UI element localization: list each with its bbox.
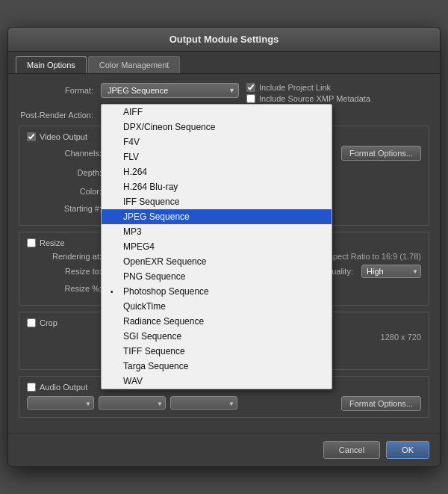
resize-pct-label: Resize %: xyxy=(27,284,109,293)
dropdown-item-jpeg[interactable]: JPEG Sequence xyxy=(102,209,332,224)
dropdown-item-targa[interactable]: Targa Sequence xyxy=(102,359,332,374)
audio-select-1[interactable] xyxy=(27,396,94,410)
dropdown-item-radiance[interactable]: Radiance Sequence xyxy=(102,314,332,329)
video-output-checkbox[interactable] xyxy=(27,132,36,141)
dialog-buttons: Cancel OK xyxy=(8,433,440,466)
audio-select-2[interactable] xyxy=(99,396,166,410)
dropdown-item-photoshop[interactable]: •Photoshop Sequence xyxy=(102,284,332,299)
audio-select2-wrapper xyxy=(99,396,166,411)
dropdown-item-wav[interactable]: WAV xyxy=(102,374,332,389)
ok-button[interactable]: OK xyxy=(386,441,429,459)
format-options-button[interactable]: Format Options... xyxy=(341,146,421,161)
dropdown-item-f4v[interactable]: F4V xyxy=(102,135,332,149)
color-label: Color: xyxy=(27,187,109,196)
include-source-xmp-row: Include Source XMP Metadata xyxy=(246,94,370,103)
resize-checkbox[interactable] xyxy=(27,238,36,247)
tab-main-options[interactable]: Main Options xyxy=(16,56,87,73)
resize-quality-select[interactable]: LowMediumHighBest xyxy=(361,265,421,278)
dropdown-item-png[interactable]: PNG Sequence xyxy=(102,269,332,284)
starting-label: Starting #: xyxy=(27,204,109,213)
rendering-at-label: Rendering at: xyxy=(27,252,109,261)
dropdown-item-dpx[interactable]: DPX/Cineon Sequence xyxy=(102,120,332,135)
dropdown-item-h264[interactable]: H.264 xyxy=(102,164,332,179)
dropdown-item-mp3[interactable]: MP3 xyxy=(102,224,332,239)
audio-output-checkbox[interactable] xyxy=(27,383,36,392)
resize-quality-select-wrapper: LowMediumHighBest xyxy=(361,265,421,278)
dropdown-item-iff[interactable]: IFF Sequence xyxy=(102,194,332,209)
post-render-label: Post-Render Action: xyxy=(19,111,101,120)
channels-label: Channels: xyxy=(27,149,109,158)
resize-label: Resize xyxy=(40,238,65,247)
format-select-wrapper: AIFFDPX/Cineon SequenceF4VFLVH.264H.264 … xyxy=(101,83,239,98)
include-project-link-label: Include Project Link xyxy=(259,83,331,92)
tab-color-management[interactable]: Color Management xyxy=(88,56,181,73)
dropdown-item-aiff[interactable]: AIFF xyxy=(102,105,332,120)
video-output-label: Video Output xyxy=(40,132,87,141)
dropdown-item-h264blu[interactable]: H.264 Blu-ray xyxy=(102,179,332,194)
format-section: Format: AIFFDPX/Cineon SequenceF4VFLVH.2… xyxy=(19,83,429,105)
include-source-xmp-checkbox[interactable] xyxy=(246,94,255,103)
format-label: Format: xyxy=(19,86,101,95)
dropdown-item-quicktime[interactable]: QuickTime xyxy=(102,299,332,314)
audio-select3-wrapper xyxy=(170,396,237,411)
include-source-xmp-label: Include Source XMP Metadata xyxy=(259,94,370,103)
format-dropdown[interactable]: AIFF DPX/Cineon Sequence F4V FLV H.264 H… xyxy=(101,104,332,389)
crop-checkbox[interactable] xyxy=(27,318,36,327)
dropdown-item-sgi[interactable]: SGI Sequence xyxy=(102,329,332,344)
resize-to-label: Resize to: xyxy=(27,267,109,276)
dropdown-item-flv[interactable]: FLV xyxy=(102,149,332,164)
output-module-dialog: Output Module Settings Main Options Colo… xyxy=(7,27,441,467)
audio-select-3[interactable] xyxy=(170,396,237,410)
format-select[interactable]: AIFFDPX/Cineon SequenceF4VFLVH.264H.264 … xyxy=(101,83,239,98)
dropdown-item-openexr[interactable]: OpenEXR Sequence xyxy=(102,254,332,269)
audio-select1-wrapper xyxy=(27,396,94,411)
depth-label: Depth: xyxy=(27,168,109,177)
audio-controls: Format Options... xyxy=(27,396,421,411)
include-project-link-row: Include Project Link xyxy=(246,83,370,92)
dropdown-item-tiff[interactable]: TIFF Sequence xyxy=(102,344,332,359)
include-project-link-checkbox[interactable] xyxy=(246,83,255,92)
crop-label: Crop xyxy=(40,318,57,327)
audio-output-label: Audio Output xyxy=(40,383,87,392)
dropdown-item-mpeg4[interactable]: MPEG4 xyxy=(102,239,332,254)
audio-format-options-button[interactable]: Format Options... xyxy=(341,396,421,411)
tab-bar: Main Options Color Management xyxy=(8,52,440,74)
cancel-button[interactable]: Cancel xyxy=(323,441,380,459)
main-content: Format: AIFFDPX/Cineon SequenceF4VFLVH.2… xyxy=(8,74,440,433)
dialog-title: Output Module Settings xyxy=(8,28,440,52)
right-checkboxes: Include Project Link Include Source XMP … xyxy=(246,83,370,105)
crop-dimensions: 1280 x 720 xyxy=(381,333,421,342)
